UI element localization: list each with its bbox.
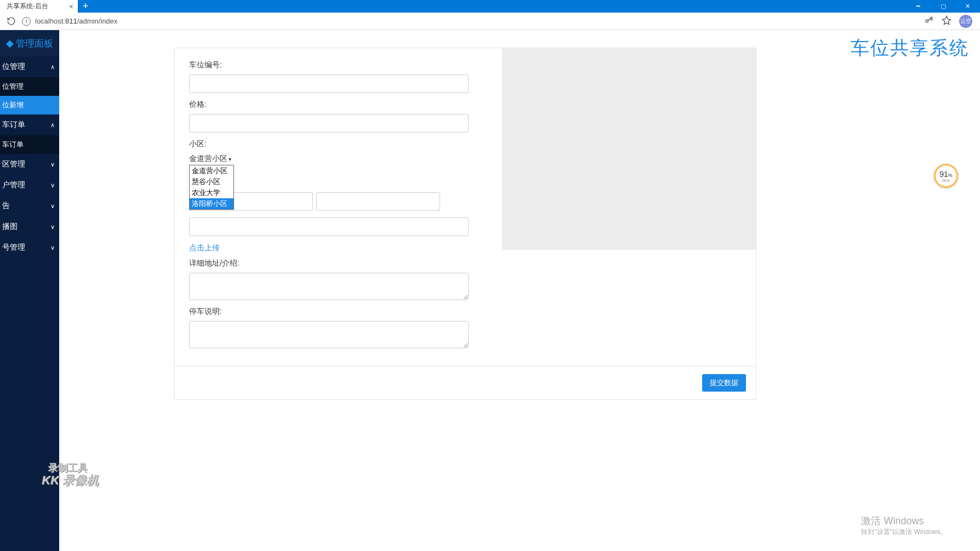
select-community[interactable]: 金道营小区 ▾: [189, 154, 231, 164]
speed-widget[interactable]: 91% 0K/s: [934, 164, 958, 188]
menu-parking-add[interactable]: 位新增: [0, 96, 59, 114]
label-number: 车位编号:: [189, 60, 440, 70]
url-path: /admin/index: [77, 17, 118, 25]
maximize-button[interactable]: ▢: [931, 0, 955, 13]
new-tab-button[interactable]: +: [78, 0, 93, 13]
label-community: 小区:: [189, 139, 440, 149]
menu-label: 位管理: [2, 82, 24, 91]
close-window-button[interactable]: ✕: [955, 0, 980, 13]
label-note: 停车说明:: [189, 307, 440, 317]
url-display[interactable]: i localhost:811/admin/index: [22, 17, 117, 26]
speed-sub: 0K/s: [942, 179, 950, 182]
chevron-down-icon: ∨: [50, 161, 55, 168]
minimize-button[interactable]: ━: [906, 0, 931, 13]
chevron-up-icon: ∧: [50, 64, 55, 71]
chevron-down-icon: ∨: [50, 223, 55, 231]
sidebar: ◆ 管理面板 位管理∧ 位管理 位新增 车订单∧ 车订单 区管理∨ 户管理∨ 告…: [0, 30, 59, 551]
form-card: 车位编号: 价格: 小区: 金道营小区 ▾ 金道营小区 慧谷小区 农业大学 洛阳…: [174, 48, 756, 366]
menu-account[interactable]: 号管理∨: [0, 237, 59, 258]
input-image-path[interactable]: [189, 217, 469, 236]
menu-label: 区管理: [2, 159, 25, 169]
chevron-down-icon: ∨: [50, 182, 55, 189]
password-key-icon[interactable]: [924, 15, 934, 27]
menu-notice[interactable]: 告∨: [0, 196, 59, 216]
brand-text: 管理面板: [16, 37, 53, 50]
label-price: 价格:: [189, 100, 440, 110]
menu-label: 户管理: [2, 180, 25, 190]
chevron-down-icon: ∨: [50, 203, 55, 210]
window-controls: ━ ▢ ✕: [906, 0, 980, 13]
submit-bar: 提交数据: [174, 366, 756, 400]
profile-avatar[interactable]: 云空: [959, 15, 972, 28]
menu-banner[interactable]: 播图∨: [0, 216, 59, 237]
input-price[interactable]: [189, 114, 469, 133]
menu-user[interactable]: 户管理∨: [0, 175, 59, 196]
textarea-note[interactable]: [189, 321, 469, 348]
close-icon[interactable]: ×: [69, 2, 73, 11]
browser-tab[interactable]: 共享系统-后台 ×: [0, 0, 78, 13]
site-info-icon[interactable]: i: [22, 17, 31, 26]
menu-label: 位管理: [2, 62, 25, 72]
svg-point-0: [926, 20, 928, 22]
browser-tab-strip: 共享系统-后台 × + ━ ▢ ✕: [0, 0, 980, 13]
tab-title: 共享系统-后台: [7, 2, 48, 11]
menu-label: 位新增: [2, 100, 24, 110]
select-value: 金道营小区: [189, 154, 227, 164]
bookmark-star-icon[interactable]: [942, 15, 951, 27]
dropdown-option[interactable]: 农业大学: [190, 187, 233, 198]
label-detail: 详细地址/介绍:: [189, 259, 440, 268]
menu-parking-manage-sub[interactable]: 位管理: [0, 77, 59, 96]
speed-unit: %: [948, 173, 953, 178]
speed-value: 91: [939, 170, 948, 179]
upload-link[interactable]: 点击上传: [189, 243, 220, 253]
brand-icon: ◆: [6, 37, 14, 49]
reload-icon[interactable]: [3, 14, 19, 29]
menu-label: 车订单: [2, 120, 25, 130]
menu-order-sub[interactable]: 车订单: [0, 135, 59, 154]
textarea-detail[interactable]: [189, 273, 469, 300]
menu-parking-manage[interactable]: 位管理∧: [0, 56, 59, 77]
dropdown-option[interactable]: 洛阳桥小区: [190, 198, 233, 209]
menu-community[interactable]: 区管理∨: [0, 154, 59, 175]
chevron-up-icon: ∧: [50, 122, 55, 129]
submit-button[interactable]: 提交数据: [702, 374, 746, 392]
chevron-down-icon: ▾: [229, 156, 231, 162]
menu-order[interactable]: 车订单∧: [0, 114, 59, 135]
menu-label: 号管理: [2, 243, 25, 252]
menu-label: 告: [2, 201, 10, 211]
url-host: localhost:: [35, 17, 65, 25]
page-title: 车位共享系统: [851, 36, 969, 61]
main-content: 车位共享系统 车位编号: 价格: 小区: 金道营小区 ▾ 金道营小区 慧谷小区: [59, 30, 980, 551]
input-number[interactable]: [189, 74, 469, 93]
menu-label: 播图: [2, 222, 18, 232]
dropdown-option[interactable]: 金道营小区: [190, 165, 233, 176]
map-placeholder: [502, 48, 756, 250]
address-bar: i localhost:811/admin/index 云空: [0, 13, 980, 30]
url-port: 811: [65, 17, 77, 25]
community-dropdown: 金道营小区 慧谷小区 农业大学 洛阳桥小区: [189, 165, 234, 210]
input-coord-right[interactable]: [316, 192, 440, 211]
chevron-down-icon: ∨: [50, 244, 55, 251]
dropdown-option[interactable]: 慧谷小区: [190, 176, 233, 187]
brand: ◆ 管理面板: [0, 30, 59, 56]
menu-label: 车订单: [2, 140, 24, 150]
